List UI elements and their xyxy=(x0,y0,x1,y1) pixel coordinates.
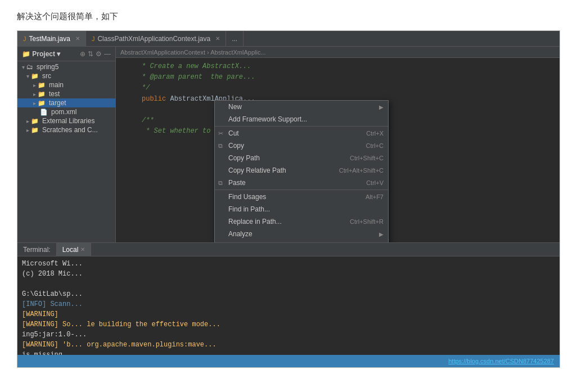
tab-bar: JTestMain.java✕JClassPathXmlApplicationC… xyxy=(17,31,560,47)
tree-label-3: test xyxy=(49,90,60,98)
menu-label-new: New xyxy=(228,103,242,111)
terminal-line-2 xyxy=(22,279,555,289)
menu-item-find-usages[interactable]: Find UsagesAlt+F7 xyxy=(215,191,388,203)
menu-label-cut: Cut xyxy=(228,129,239,137)
header-title: 解决这个问题很简单，如下 xyxy=(17,11,118,21)
code-line-1: * Create a new AbstractX... xyxy=(121,61,554,72)
terminal-tab-terminal[interactable]: Terminal: xyxy=(17,243,57,256)
ide-container: JTestMain.java✕JClassPathXmlApplicationC… xyxy=(17,30,560,368)
tree-arrow-0: ▾ xyxy=(22,64,25,70)
terminal-tabs: Terminal: Local ✕ xyxy=(17,243,560,256)
menu-item-add-framework[interactable]: Add Framework Support... xyxy=(215,113,388,125)
tree-arrow-1: ▾ xyxy=(26,73,29,79)
menu-separator-8 xyxy=(215,190,388,190)
tab-label-2: ... xyxy=(232,35,237,43)
terminal-line-8: [WARNING] 'b... org.apache.maven.plugins… xyxy=(22,340,555,350)
terminal-content: Microsoft Wi...(c) 2018 Mic... G:\GitLab… xyxy=(17,256,560,355)
terminal-line-6: [WARNING] So... le building the effectiv… xyxy=(22,319,555,330)
menu-icon-paste: ⧉ xyxy=(218,179,223,187)
sidebar-header: 📁 Project ▾ ⊕ ⇅ ⚙ — xyxy=(17,47,115,61)
menu-item-new[interactable]: New▶ xyxy=(215,101,388,113)
locate-icon[interactable]: ⊕ xyxy=(80,50,85,58)
code-panel: AbstractXmlApplicationContext › Abstract… xyxy=(116,47,560,242)
tab-label-1: ClassPathXmlApplicationContext.java xyxy=(97,35,210,43)
tab-icon-0: J xyxy=(23,35,26,42)
menu-label-copy-path: Copy Path xyxy=(228,154,260,162)
tree-item-1[interactable]: ▾📁src xyxy=(17,71,115,80)
menu-item-refactor[interactable]: Refactor▶ xyxy=(215,240,388,242)
terminal-line-3: G:\GitLab\sp... xyxy=(22,289,555,299)
menu-item-paste[interactable]: ⧉PasteCtrl+V xyxy=(215,177,388,189)
minimize-icon[interactable]: — xyxy=(104,50,111,58)
menu-shortcut-copy: Ctrl+C xyxy=(366,142,384,149)
tab-label-0: TestMain.java xyxy=(29,35,70,43)
tab-1[interactable]: JClassPathXmlApplicationContext.java✕ xyxy=(86,31,226,47)
menu-item-copy-relative-path[interactable]: Copy Relative PathCtrl+Alt+Shift+C xyxy=(215,164,388,177)
tree-icon-7: 📁 xyxy=(31,127,39,134)
tree-label-7: Scratches and C... xyxy=(42,126,98,134)
menu-separator-2 xyxy=(215,126,388,127)
tree-item-7[interactable]: ▸📁Scratches and C... xyxy=(17,125,115,134)
menu-arrow-analyze: ▶ xyxy=(379,231,384,237)
tree-item-0[interactable]: ▾🗂spring5 xyxy=(17,62,115,71)
tab-close-1[interactable]: ✕ xyxy=(215,35,220,42)
tree-arrow-6: ▸ xyxy=(26,118,29,124)
tree-label-6: External Libraries xyxy=(42,117,94,125)
menu-label-add-framework: Add Framework Support... xyxy=(228,115,307,123)
tree-item-2[interactable]: ▸📁main xyxy=(17,80,115,89)
menu-shortcut-copy-path: Ctrl+Shift+C xyxy=(350,155,384,161)
menu-label-copy: Copy xyxy=(228,142,244,150)
terminal-tab-local[interactable]: Local ✕ xyxy=(57,243,92,256)
status-bar: https://blog.csdn.net/CSDN877425287 xyxy=(17,355,560,367)
tree-arrow-7: ▸ xyxy=(26,127,29,133)
tab-2[interactable]: ... xyxy=(226,31,244,47)
tree-icon-4: 📁 xyxy=(38,100,46,107)
menu-shortcut-find-usages: Alt+F7 xyxy=(366,193,384,200)
status-link[interactable]: https://blog.csdn.net/CSDN877425287 xyxy=(448,358,554,364)
sidebar: 📁 Project ▾ ⊕ ⇅ ⚙ — ▾🗂spring5▾📁src▸📁main… xyxy=(17,47,116,242)
menu-label-find-in-path: Find in Path... xyxy=(228,205,270,213)
tree-arrow-3: ▸ xyxy=(33,91,36,97)
terminal-line-0: Microsoft Wi... xyxy=(22,259,555,269)
terminal-line-1: (c) 2018 Mic... xyxy=(22,269,555,279)
menu-label-copy-relative-path: Copy Relative Path xyxy=(228,166,286,174)
tab-close-0[interactable]: ✕ xyxy=(75,35,80,42)
code-line-2: * @param parent the pare... xyxy=(121,72,554,83)
tree-item-3[interactable]: ▸📁test xyxy=(17,89,115,98)
menu-shortcut-paste: Ctrl+V xyxy=(366,179,384,186)
sidebar-title: 📁 Project ▾ xyxy=(22,50,76,58)
breadcrumb-bar: AbstractXmlApplicationContext › Abstract… xyxy=(116,47,560,58)
tree-item-5[interactable]: 📄pom.xml xyxy=(17,107,115,116)
menu-shortcut-copy-relative-path: Ctrl+Alt+Shift+C xyxy=(339,167,384,174)
settings-icon[interactable]: ⚙ xyxy=(96,50,102,58)
tab-icon-1: J xyxy=(92,35,95,42)
menu-label-paste: Paste xyxy=(228,179,246,187)
tree-item-4[interactable]: ▸📁target xyxy=(17,98,115,107)
page-header: 解决这个问题很简单，如下 xyxy=(0,0,577,30)
collapse-icon[interactable]: ⇅ xyxy=(88,50,93,58)
menu-item-copy-path[interactable]: Copy PathCtrl+Shift+C xyxy=(215,152,388,164)
tree-item-6[interactable]: ▸📁External Libraries xyxy=(17,116,115,125)
tree-icon-1: 📁 xyxy=(31,73,39,80)
menu-label-replace-in-path: Replace in Path... xyxy=(228,218,282,226)
terminal-area: Terminal: Local ✕ Microsoft Wi...(c) 201… xyxy=(17,242,560,355)
tree-label-4: target xyxy=(49,99,66,107)
menu-icon-copy: ⧉ xyxy=(218,142,223,150)
tree-icon-5: 📄 xyxy=(40,109,48,116)
tree-label-1: src xyxy=(42,72,51,80)
tree-label-2: main xyxy=(49,81,64,89)
menu-item-replace-in-path[interactable]: Replace in Path...Ctrl+Shift+R xyxy=(215,215,388,228)
menu-label-analyze: Analyze xyxy=(228,230,253,238)
menu-item-copy[interactable]: ⧉CopyCtrl+C xyxy=(215,139,388,152)
menu-item-find-in-path[interactable]: Find in Path... xyxy=(215,203,388,215)
tree-area: ▾🗂spring5▾📁src▸📁main▸📁test▸📁target📄pom.x… xyxy=(17,61,115,242)
menu-item-cut[interactable]: ✂CutCtrl+X xyxy=(215,127,388,139)
tab-0[interactable]: JTestMain.java✕ xyxy=(17,31,86,47)
ide-main: 📁 Project ▾ ⊕ ⇅ ⚙ — ▾🗂spring5▾📁src▸📁main… xyxy=(17,47,560,242)
close-local-icon[interactable]: ✕ xyxy=(80,246,85,253)
menu-item-analyze[interactable]: Analyze▶ xyxy=(215,228,388,240)
tree-label-5: pom.xml xyxy=(51,108,76,116)
terminal-line-4: [INFO] Scann... xyxy=(22,299,555,309)
tree-arrow-2: ▸ xyxy=(33,82,36,88)
sidebar-icons: ⊕ ⇅ ⚙ — xyxy=(80,50,111,58)
